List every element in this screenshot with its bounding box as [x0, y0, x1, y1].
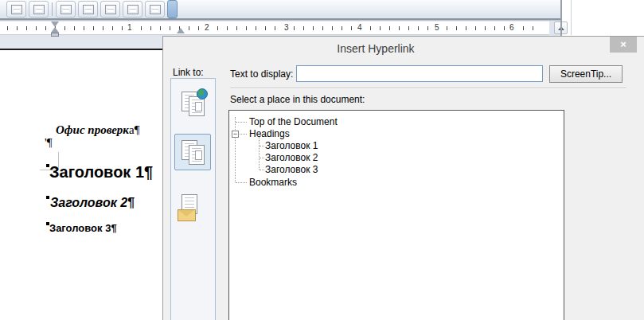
- toolbar-separator: [52, 2, 53, 16]
- tree-line: [236, 122, 247, 123]
- pilcrow-mark: ¶: [135, 123, 140, 136]
- tree-line: [259, 137, 260, 170]
- tree-item-heading-3[interactable]: Заголовок 3: [265, 164, 318, 176]
- link-to-panel: [170, 78, 216, 320]
- screentip-button[interactable]: ScreenTip...: [549, 65, 623, 83]
- tree-line: [240, 134, 247, 135]
- align-bottom-icon: [105, 5, 116, 14]
- paragraph-empty: '¶: [45, 136, 53, 150]
- heading1-paragraph: Заголовок 1¶: [49, 163, 153, 181]
- selection-highlight-bar: [167, 0, 178, 18]
- text-to-display-input[interactable]: [296, 65, 543, 82]
- autofit-table-icon: [150, 5, 161, 14]
- select-place-label: Select a place in this document:: [230, 94, 365, 105]
- ruler-number: 6: [508, 23, 516, 32]
- tree-item-heading-1[interactable]: Заголовок 1: [265, 140, 318, 152]
- ruler-number: 4: [356, 23, 364, 32]
- tree-item-headings[interactable]: Headings: [249, 128, 290, 140]
- pilcrow-mark: ¶: [127, 196, 135, 209]
- ruler-ticks: [7, 26, 538, 30]
- tree-line: [236, 182, 247, 183]
- distribute-columns-button[interactable]: [123, 1, 142, 18]
- link-to-label: Link to:: [173, 67, 204, 78]
- text-to-display-label: Text to display:: [230, 68, 293, 80]
- dialog-title: Insert Hyperlink: [163, 42, 588, 55]
- document-places-tree[interactable]: − Top of the Document Headings Заголовок…: [228, 110, 564, 320]
- tab-stop-marker[interactable]: [177, 28, 185, 33]
- link-place-in-document-button[interactable]: [174, 134, 211, 170]
- split-cells-icon: [33, 5, 45, 14]
- close-icon: ×: [620, 38, 626, 50]
- close-button[interactable]: ×: [610, 37, 637, 53]
- window-border: [571, 0, 572, 35]
- link-email-button[interactable]: [174, 188, 211, 224]
- insert-hyperlink-dialog: Insert Hyperlink × Link to: Text to disp…: [162, 36, 644, 320]
- tree-line: [260, 158, 264, 158]
- pilcrow-mark: ¶: [111, 222, 116, 234]
- distribute-columns-icon: [127, 5, 139, 14]
- merge-cells-icon: [11, 5, 22, 14]
- tree-line: [260, 170, 264, 170]
- tree-item-bookmarks[interactable]: Bookmarks: [249, 177, 297, 189]
- pilcrow-mark: ¶: [144, 163, 153, 181]
- merge-cells-button[interactable]: [6, 1, 26, 18]
- horizontal-ruler[interactable]: 1 2 3 4 5 6: [0, 21, 549, 35]
- align-top-left-button[interactable]: [56, 1, 76, 18]
- align-top-left-icon: [60, 5, 72, 14]
- tree-item-heading-2[interactable]: Заголовок 2: [265, 152, 318, 164]
- autofit-table-button[interactable]: [145, 1, 165, 18]
- heading-style-bullet: [46, 196, 49, 199]
- globe-icon: [197, 88, 208, 100]
- ruler-number: 2: [203, 23, 211, 32]
- heading2-paragraph: Заголовок 2¶: [50, 196, 135, 210]
- align-center-button[interactable]: [78, 1, 98, 18]
- window-border: [560, 0, 562, 37]
- email-envelope-icon: [178, 209, 196, 221]
- tree-item-top-of-document[interactable]: Top of the Document: [249, 116, 338, 128]
- align-center-icon: [83, 5, 94, 14]
- ruler-strip: 1 2 3 4 5 6: [0, 21, 560, 37]
- table-toolbar: [0, 0, 560, 18]
- tree-expander-minus[interactable]: −: [232, 131, 239, 138]
- first-line-indent-marker[interactable]: [51, 21, 59, 27]
- split-cells-button[interactable]: [29, 1, 49, 18]
- section-separator: [230, 88, 626, 89]
- screen: 1 2 3 4 5 6 Офис проверка¶ '¶: [0, 0, 644, 320]
- hanging-indent-marker[interactable]: [51, 27, 59, 33]
- link-existing-file-button[interactable]: [174, 85, 211, 122]
- ruler-number: 1: [126, 23, 134, 32]
- tree-line: [260, 146, 264, 146]
- ruler-number: 3: [283, 23, 291, 32]
- ruler-number: 5: [433, 23, 441, 32]
- align-bottom-button[interactable]: [100, 1, 120, 18]
- paragraph-office-check: Офис проверка¶: [56, 123, 139, 137]
- pilcrow-mark: ¶: [47, 136, 53, 149]
- heading3-paragraph: Заголовок 3¶: [49, 222, 117, 234]
- tree-line: [235, 117, 236, 182]
